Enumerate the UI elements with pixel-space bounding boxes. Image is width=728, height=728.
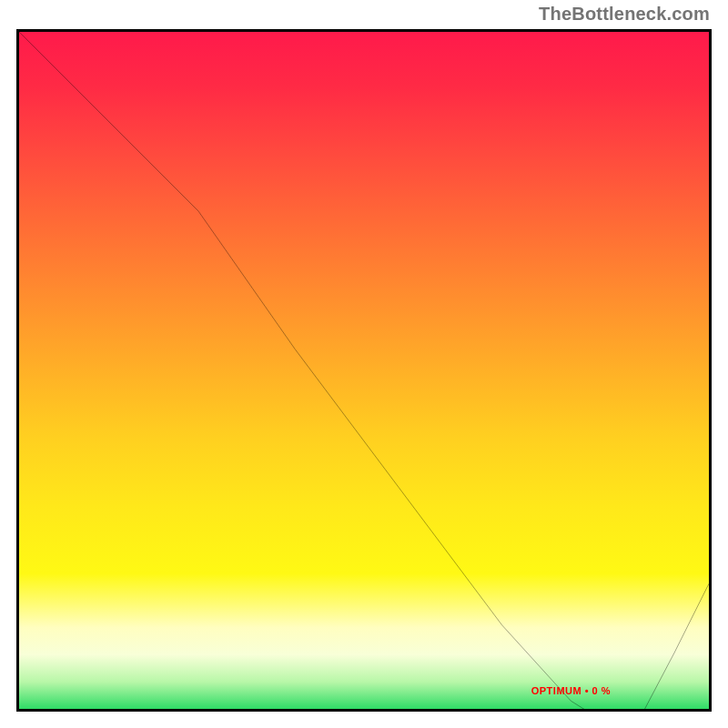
optimum-annotation: OPTIMUM • 0 % — [531, 685, 611, 696]
bottleneck-chart: { "attribution": "TheBottleneck.com", "a… — [0, 0, 728, 728]
bottleneck-line — [19, 32, 709, 712]
chart-curve-svg — [19, 32, 709, 712]
chart-plot-area: OPTIMUM • 0 % — [16, 29, 712, 712]
attribution-text: TheBottleneck.com — [539, 4, 710, 25]
